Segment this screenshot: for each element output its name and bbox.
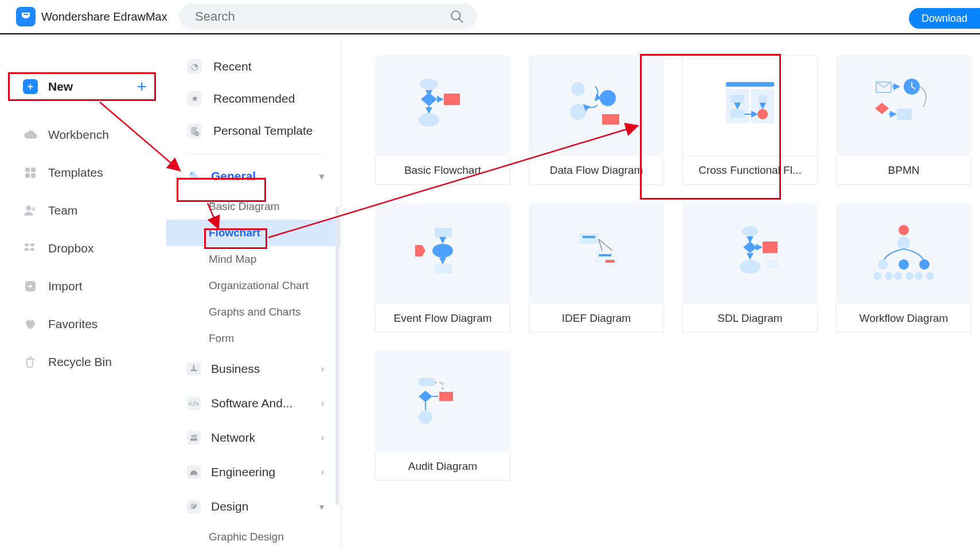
svg-rect-28 xyxy=(602,114,619,124)
nav-new[interactable]: New + xyxy=(0,68,166,106)
subcat-label: Graphs and Charts xyxy=(209,306,301,318)
svg-rect-17 xyxy=(192,435,193,438)
template-thumb xyxy=(836,55,971,156)
template-label: Data Flow Diagram xyxy=(550,164,643,177)
doc-check-icon xyxy=(187,123,202,138)
subcat-form[interactable]: Form xyxy=(166,325,340,352)
search-input[interactable] xyxy=(179,3,477,30)
cat-personal-template[interactable]: Personal Template xyxy=(166,115,340,147)
chevron-right-icon: › xyxy=(321,364,324,374)
svg-point-27 xyxy=(600,90,616,106)
helmet-icon xyxy=(187,465,201,479)
cat-group-network[interactable]: Network › xyxy=(166,420,340,455)
download-button[interactable]: Download xyxy=(909,8,980,29)
dropbox-icon xyxy=(23,241,38,256)
chevron-right-icon: › xyxy=(321,467,324,477)
nav-templates[interactable]: Templates xyxy=(0,154,166,192)
template-thumb xyxy=(375,55,510,156)
subcat-graphic-design[interactable]: Graphic Design xyxy=(166,524,340,549)
svg-point-8 xyxy=(32,208,35,212)
template-idef-diagram[interactable]: IDEF Diagram xyxy=(529,203,664,333)
svg-point-40 xyxy=(432,244,453,258)
svg-rect-5 xyxy=(25,173,30,178)
template-workflow-diagram[interactable]: Workflow Diagram xyxy=(836,203,971,333)
template-data-flow-diagram[interactable]: Data Flow Diagram xyxy=(529,55,664,185)
cat-group-label: Design xyxy=(211,500,248,513)
trash-icon xyxy=(23,355,38,369)
cat-group-business[interactable]: Business › xyxy=(166,352,340,386)
template-audit-diagram[interactable]: Audit Diagram xyxy=(375,351,510,481)
svg-point-7 xyxy=(26,205,31,211)
subcat-label: Basic Diagram xyxy=(209,200,280,213)
svg-rect-63 xyxy=(439,392,453,401)
svg-rect-23 xyxy=(444,94,460,105)
svg-point-49 xyxy=(740,260,760,274)
subcat-flowchart[interactable]: Flowchart xyxy=(166,220,340,246)
subcat-label: Graphic Design xyxy=(209,531,284,543)
cat-group-software[interactable]: </> Software And... › xyxy=(166,386,340,420)
svg-point-53 xyxy=(878,259,888,270)
subcat-basic-diagram[interactable]: Basic Diagram xyxy=(166,193,340,220)
cat-group-general[interactable]: General ▾ xyxy=(166,159,340,193)
template-thumb xyxy=(682,55,818,156)
nav-label: Templates xyxy=(48,166,103,180)
chevron-right-icon: › xyxy=(321,398,324,408)
svg-rect-13 xyxy=(191,369,197,371)
template-label: IDEF Diagram xyxy=(562,312,631,325)
svg-rect-29 xyxy=(726,82,774,87)
template-cross-functional-flowchart[interactable]: Cross Functional Fl... xyxy=(682,55,818,185)
search-icon xyxy=(450,9,464,24)
nav-import[interactable]: Import xyxy=(0,267,166,305)
template-sdl-diagram[interactable]: SDL Diagram xyxy=(682,203,818,333)
svg-rect-42 xyxy=(579,233,599,244)
template-label: Basic Flowchart xyxy=(404,164,481,177)
subcat-label: Flowchart xyxy=(209,227,260,239)
template-label: Event Flow Diagram xyxy=(393,312,491,325)
category-panel: ◔ Recent ★ Recommended Personal Template… xyxy=(166,34,341,549)
heart-icon xyxy=(23,317,38,332)
template-grid: Basic Flowchart Data Flow Diagram xyxy=(341,34,980,549)
code-icon: </> xyxy=(187,396,201,410)
nav-team[interactable]: Team xyxy=(0,192,166,229)
svg-rect-20 xyxy=(190,474,198,476)
cat-group-engineering[interactable]: Engineering › xyxy=(166,455,340,489)
svg-point-22 xyxy=(420,79,438,90)
cat-group-label: Software And... xyxy=(211,396,292,410)
svg-rect-50 xyxy=(766,260,779,268)
svg-rect-62 xyxy=(419,378,435,386)
cat-recommended[interactable]: ★ Recommended xyxy=(166,83,340,115)
template-label: Audit Diagram xyxy=(408,460,477,473)
svg-rect-4 xyxy=(31,168,36,172)
scrollbar[interactable] xyxy=(335,207,339,505)
nav-label: Import xyxy=(48,279,83,293)
subcat-graphs-and-charts[interactable]: Graphs and Charts xyxy=(166,299,340,325)
nav-dropbox[interactable]: Dropbox xyxy=(0,229,166,267)
cat-label: Recent xyxy=(213,60,252,73)
svg-rect-38 xyxy=(897,108,912,120)
svg-rect-0 xyxy=(24,14,28,15)
template-bpmn[interactable]: BPMN xyxy=(836,55,971,185)
svg-point-51 xyxy=(899,225,909,235)
divider xyxy=(187,154,324,154)
svg-point-47 xyxy=(742,226,758,236)
subcat-label: Mind Map xyxy=(209,253,256,266)
cat-recent[interactable]: ◔ Recent xyxy=(166,50,340,83)
plus-square-icon xyxy=(23,79,38,94)
template-event-flow-diagram[interactable]: Event Flow Diagram xyxy=(375,203,510,333)
svg-rect-39 xyxy=(435,228,452,237)
template-label: Workflow Diagram xyxy=(860,312,948,325)
cat-group-design[interactable]: Design ▾ xyxy=(166,489,340,524)
nav-recycle-bin[interactable]: Recycle Bin xyxy=(0,343,166,381)
svg-point-24 xyxy=(419,113,439,127)
svg-rect-6 xyxy=(31,173,36,178)
nav-favorites[interactable]: Favorites xyxy=(0,305,166,343)
template-basic-flowchart[interactable]: Basic Flowchart xyxy=(375,55,510,185)
chevron-right-icon: › xyxy=(321,433,324,443)
svg-point-15 xyxy=(193,365,195,367)
template-thumb xyxy=(836,203,971,304)
svg-point-52 xyxy=(897,236,910,249)
subcat-mind-map[interactable]: Mind Map xyxy=(166,246,340,272)
nav-workbench[interactable]: Workbench xyxy=(0,116,166,154)
svg-rect-43 xyxy=(583,236,595,238)
subcat-organizational-chart[interactable]: Organizational Chart xyxy=(166,272,340,299)
